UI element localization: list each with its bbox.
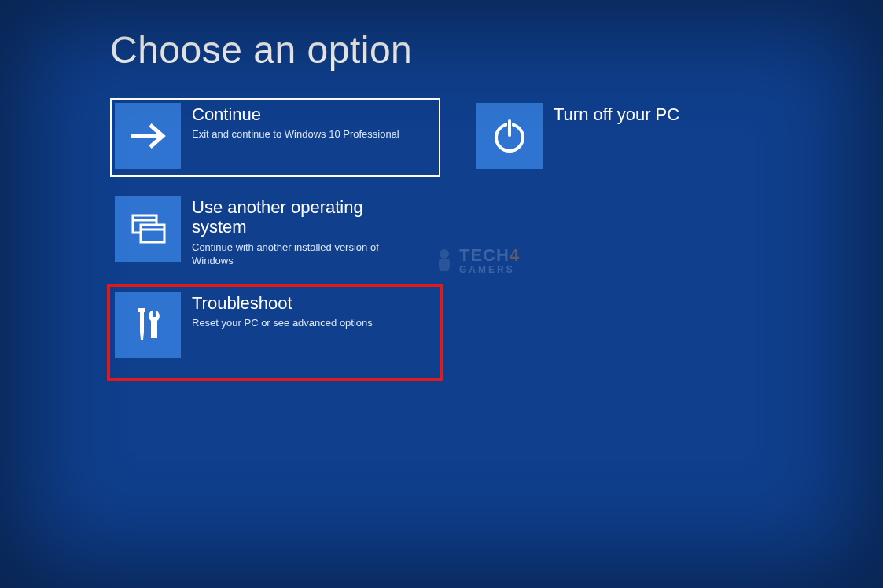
option-text: Continue Exit and continue to Windows 10… — [181, 103, 399, 141]
option-desc: Reset your PC or see advanced options — [192, 316, 373, 330]
option-text: Turn off your PC — [543, 103, 679, 127]
continue-option[interactable]: Continue Exit and continue to Windows 10… — [110, 98, 440, 177]
recovery-screen: Choose an option Continue Exit and conti… — [0, 0, 883, 378]
option-text: Use another operating system Continue wi… — [181, 196, 417, 268]
svg-rect-8 — [153, 310, 156, 317]
options-column-left: Continue Exit and continue to Windows 10… — [110, 98, 440, 378]
options-grid: Continue Exit and continue to Windows 10… — [110, 98, 883, 378]
power-icon — [476, 103, 543, 169]
option-desc: Exit and continue to Windows 10 Professi… — [192, 127, 399, 141]
svg-rect-5 — [140, 311, 144, 332]
svg-marker-6 — [140, 332, 144, 340]
options-column-right: Turn off your PC — [472, 98, 802, 378]
svg-rect-7 — [138, 308, 145, 312]
tools-icon — [115, 292, 181, 358]
windows-stack-icon — [115, 196, 181, 262]
turn-off-pc-option[interactable]: Turn off your PC — [472, 98, 802, 177]
option-title: Use another operating system — [192, 197, 417, 237]
option-title: Continue — [192, 105, 399, 124]
option-text: Troubleshoot Reset your PC or see advanc… — [181, 292, 373, 330]
use-another-os-option[interactable]: Use another operating system Continue wi… — [110, 191, 440, 273]
arrow-right-icon — [115, 103, 181, 169]
option-desc: Continue with another installed version … — [192, 241, 417, 268]
troubleshoot-option[interactable]: Troubleshoot Reset your PC or see advanc… — [110, 287, 440, 378]
option-title: Troubleshoot — [192, 293, 373, 313]
svg-rect-3 — [141, 225, 164, 242]
option-title: Turn off your PC — [554, 105, 679, 124]
page-title: Choose an option — [110, 28, 883, 72]
